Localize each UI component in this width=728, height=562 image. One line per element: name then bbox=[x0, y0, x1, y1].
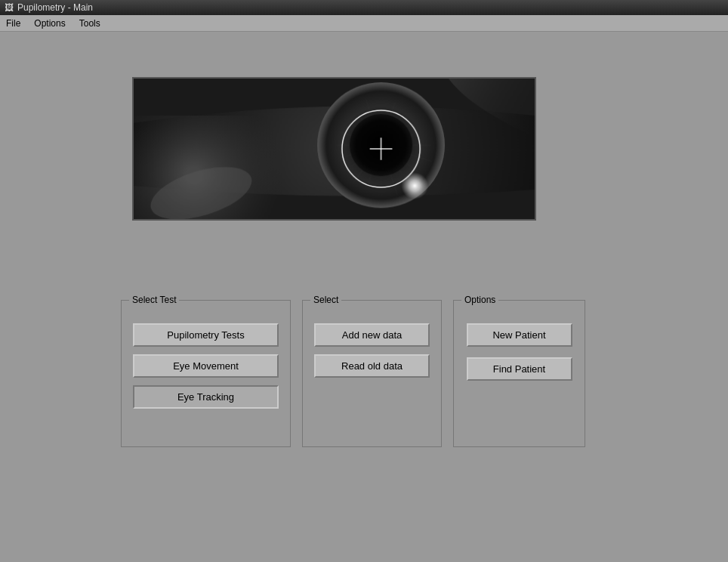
eye-movement-button[interactable]: Eye Movement bbox=[133, 354, 279, 378]
menu-tools[interactable]: Tools bbox=[76, 17, 103, 30]
app-icon: 🖼 bbox=[5, 2, 14, 13]
title-text: Pupilometry - Main bbox=[17, 2, 93, 13]
panels-area: Select Test Pupilometry Tests Eye Moveme… bbox=[121, 300, 585, 447]
options-label: Options bbox=[461, 295, 498, 305]
new-patient-button[interactable]: New Patient bbox=[467, 323, 572, 347]
select-test-label: Select Test bbox=[129, 295, 179, 305]
options-panel: Options New Patient Find Patient bbox=[453, 300, 585, 447]
pupilometry-tests-button[interactable]: Pupilometry Tests bbox=[133, 323, 279, 347]
title-bar: 🖼 Pupilometry - Main bbox=[0, 0, 728, 15]
eye-image-container bbox=[132, 77, 536, 221]
eye-canvas bbox=[134, 79, 535, 219]
eye-tracking-button[interactable]: Eye Tracking bbox=[133, 385, 279, 409]
add-new-data-button[interactable]: Add new data bbox=[314, 323, 430, 347]
select-test-panel: Select Test Pupilometry Tests Eye Moveme… bbox=[121, 300, 291, 447]
menu-file[interactable]: File bbox=[3, 17, 23, 30]
find-patient-button[interactable]: Find Patient bbox=[467, 357, 572, 381]
select-label: Select bbox=[310, 295, 341, 305]
menu-options[interactable]: Options bbox=[31, 17, 68, 30]
select-panel: Select Add new data Read old data bbox=[302, 300, 442, 447]
menu-bar: File Options Tools bbox=[0, 15, 728, 32]
main-content: Select Test Pupilometry Tests Eye Moveme… bbox=[0, 32, 728, 562]
read-old-data-button[interactable]: Read old data bbox=[314, 354, 430, 378]
